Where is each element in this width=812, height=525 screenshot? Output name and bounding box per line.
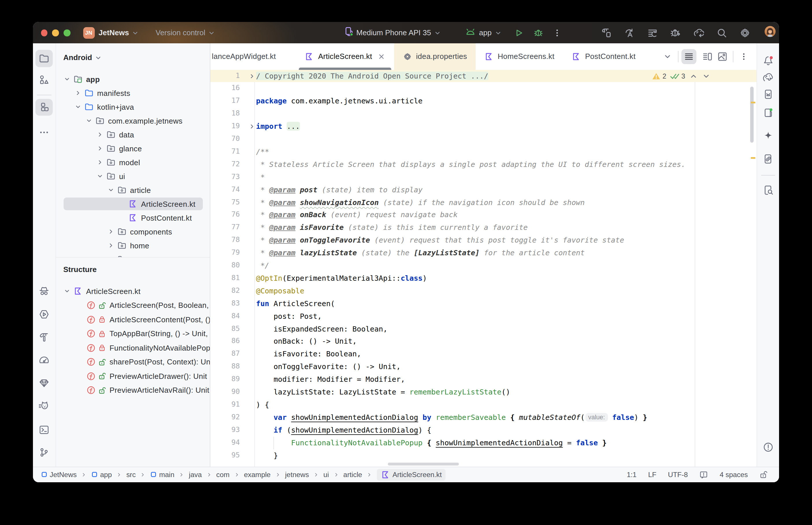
status-indent-style[interactable]: 4 spaces <box>720 470 748 479</box>
tree-item-com-example-jetnews[interactable]: com.example.jetnews <box>56 114 210 128</box>
structure-tool-button[interactable] <box>35 99 53 116</box>
notifications-tool-button[interactable] <box>759 52 777 69</box>
device-selector[interactable]: Medium Phone API 35 <box>356 28 431 37</box>
tree-item-articlescreen-kt[interactable]: ArticleScreen.kt <box>56 197 210 211</box>
code-view-button[interactable] <box>681 49 696 64</box>
horizontal-scrollbar[interactable] <box>388 463 459 466</box>
chevron-collapsed-icon[interactable] <box>73 89 83 98</box>
code-line-16[interactable]: 16 <box>210 82 756 95</box>
breadcrumb-item-jetnews[interactable]: jetnews <box>285 470 309 479</box>
tree-item-ui[interactable]: ui <box>56 169 210 183</box>
split-view-button[interactable] <box>699 49 714 64</box>
code-line-94[interactable]: 94 FunctionalityNotAvailablePopup { show… <box>210 436 756 449</box>
code-line-76[interactable]: 76 * @param onBack (event) request navig… <box>210 209 756 222</box>
structure-item[interactable]: ArticleScreenContent(Post, () <box>56 313 210 327</box>
benchmark-tool-button[interactable] <box>35 352 53 369</box>
structure-item[interactable]: PreviewArticleDrawer(): Unit <box>56 369 210 383</box>
breadcrumb-item-ui[interactable]: ui <box>323 470 329 479</box>
breadcrumb-item-com[interactable]: com <box>216 470 230 479</box>
vertical-scrollbar[interactable] <box>750 87 754 142</box>
chevron-expanded-icon[interactable] <box>84 116 94 125</box>
code-line-88[interactable]: 88 onToggleFavorite: () -> Unit, <box>210 361 756 373</box>
code-line-72[interactable]: 72 * Stateless Article Screen that displ… <box>210 158 756 171</box>
code-line-80[interactable]: 80 */ <box>210 259 756 272</box>
project-tool-button[interactable] <box>35 50 53 67</box>
tree-item-app[interactable]: app <box>56 73 210 86</box>
breadcrumb-item-articlescreen-kt[interactable]: ArticleScreen.kt <box>377 469 446 480</box>
code-line-82[interactable]: 82@Composable <box>210 285 756 297</box>
avatar[interactable] <box>765 26 776 39</box>
tree-item-kotlin-java[interactable]: kotlin+java <box>56 100 210 114</box>
code-line-87[interactable]: 87 isFavorite: Boolean, <box>210 348 756 361</box>
close-tab-icon[interactable] <box>378 52 385 61</box>
tree-item-postcontent-kt[interactable]: PostContent.kt <box>56 211 210 225</box>
chevron-collapsed-icon[interactable] <box>95 158 105 167</box>
apply-code-changes-button[interactable] <box>641 22 664 43</box>
structure-item[interactable]: ArticleScreen.kt <box>56 284 210 298</box>
code-line-90[interactable]: 90 lazyListState: LazyListState = rememb… <box>210 386 756 399</box>
code-line-84[interactable]: 84 post: Post, <box>210 310 756 322</box>
resource-manager-tool-button[interactable] <box>35 72 53 89</box>
chevron-collapsed-icon[interactable] <box>95 144 105 153</box>
prev-problem-button[interactable] <box>689 71 698 80</box>
run-button[interactable] <box>509 22 529 43</box>
code-line-79[interactable]: 79 * @param lazyListState (state) the [L… <box>210 246 756 259</box>
code-line-17[interactable]: 17package com.example.jetnews.ui.article <box>210 95 756 108</box>
gradle-sync-button[interactable] <box>687 22 710 43</box>
code-line-83[interactable]: 83fun ArticleScreen( <box>210 297 756 310</box>
code-line-92[interactable]: 92 var showUnimplementedActionDialog by … <box>210 411 756 424</box>
code-line-75[interactable]: 75 * @param showNavigationIcon (state) i… <box>210 196 756 209</box>
code-editor[interactable]: 1/ Copyright 2020 The Android Open Sourc… <box>210 70 756 466</box>
device-manager-tool-button[interactable] <box>759 86 777 103</box>
breadcrumb-item-jetnews[interactable]: JetNews <box>41 470 77 479</box>
code-line-81[interactable]: 81@OptIn(ExperimentalMaterial3Api::class… <box>210 272 756 285</box>
app-quality-insights-tool-button[interactable] <box>35 375 53 392</box>
project-name-menu[interactable]: JetNews <box>99 28 129 37</box>
build-button[interactable] <box>595 22 618 43</box>
code-line-19[interactable]: 19import ... <box>210 120 756 133</box>
code-line-86[interactable]: 86 onBack: () -> Unit, <box>210 335 756 348</box>
device-explorer-tool-button[interactable] <box>759 182 777 199</box>
fold-marker-icon[interactable] <box>247 71 256 81</box>
zoom-window-button[interactable] <box>63 29 70 36</box>
chevron-hidden-tabs[interactable] <box>660 49 675 64</box>
code-line-89[interactable]: 89 modifier: Modifier = Modifier, <box>210 373 756 386</box>
breadcrumb-item-app[interactable]: app <box>91 470 112 479</box>
code-line-70[interactable]: 70 <box>210 133 756 146</box>
code-line-18[interactable]: 18 <box>210 108 756 120</box>
structure-item[interactable]: ArticleScreen(Post, Boolean, <box>56 298 210 313</box>
design-view-button[interactable] <box>714 49 730 64</box>
code-line-73[interactable]: 73 * <box>210 171 756 184</box>
structure-item[interactable]: PreviewArticleNavRail(): Unit <box>56 383 210 397</box>
device-mirroring-tool-button[interactable] <box>759 150 777 167</box>
gemini-tool-button[interactable] <box>759 127 777 145</box>
breadcrumb-item-java[interactable]: java <box>189 470 202 479</box>
chevron-collapsed-icon[interactable] <box>106 255 116 257</box>
chevron-expanded-icon[interactable] <box>62 287 72 296</box>
run-configuration-selector[interactable]: app <box>479 28 491 37</box>
editor-tab-homescreens-kt[interactable]: HomeScreens.kt <box>476 43 563 70</box>
more-tool-windows-tool-button[interactable] <box>35 124 53 141</box>
status-inspections-widget[interactable] <box>699 470 708 479</box>
code-line-85[interactable]: 85 isExpandedScreen: Boolean, <box>210 322 756 335</box>
code-line-95[interactable]: 95 } <box>210 449 756 462</box>
build-tool-button[interactable] <box>35 329 53 346</box>
editor-tab-idea-properties[interactable]: idea.properties <box>394 43 476 70</box>
structure-item[interactable]: FunctionalityNotAvailablePop <box>56 341 210 355</box>
chevron-expanded-icon[interactable] <box>62 75 72 84</box>
code-line-74[interactable]: 74 * @param post (state) item to display <box>210 183 756 196</box>
more-actions-button[interactable] <box>548 22 565 43</box>
code-line-91[interactable]: 91) { <box>210 399 756 411</box>
tree-item-manifests[interactable]: manifests <box>56 86 210 100</box>
profiler-tool-button[interactable] <box>35 306 53 323</box>
debug-button[interactable] <box>529 22 548 43</box>
breadcrumb-item-article[interactable]: article <box>343 470 362 479</box>
search-everywhere-button[interactable] <box>710 22 734 43</box>
structure-item[interactable]: sharePost(Post, Context): Un <box>56 355 210 369</box>
fold-marker-icon[interactable] <box>247 122 256 131</box>
status-readonly-toggle[interactable] <box>759 470 768 479</box>
breadcrumb-item-example[interactable]: example <box>244 470 270 479</box>
chevron-collapsed-icon[interactable] <box>106 227 116 237</box>
editor-options-button[interactable] <box>736 49 751 64</box>
tree-item-home[interactable]: home <box>56 239 210 253</box>
